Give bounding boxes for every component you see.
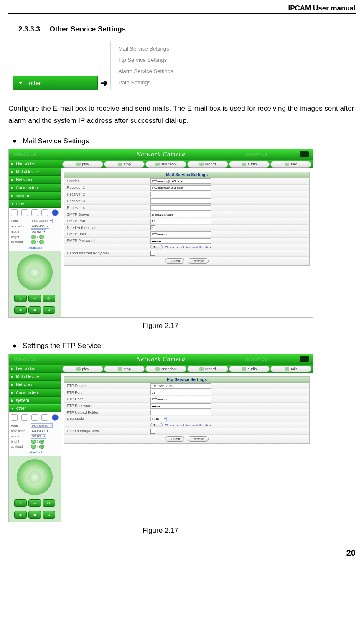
view-mode-icon[interactable] [41,209,48,216]
receiver2-input[interactable] [150,192,211,197]
record-button[interactable]: record [187,366,228,372]
resolution-select[interactable]: 640*480 [31,224,49,229]
report-ip-checkbox[interactable] [150,251,155,256]
refresh-button[interactable]: Refresh [188,258,209,264]
test-note: Please set at first, and then test. [165,423,213,427]
receiver3-input[interactable] [150,198,211,204]
talk-button[interactable]: talk [270,161,311,168]
upload-now-label: Upload Image Now [64,428,149,434]
receiver1-input[interactable] [150,185,211,191]
sidebar-item-multi-device[interactable]: Multi-Device [9,373,61,381]
upload-now-checkbox[interactable] [150,429,155,434]
ptz-button[interactable]: ↺ [43,511,55,519]
ptz-button[interactable]: ↔ [28,499,41,507]
ptz-button[interactable]: ↔ [28,295,41,302]
sidebar-item-audio-video[interactable]: Audio video [9,389,61,397]
receiver4-input[interactable] [150,205,211,211]
ptz-button[interactable]: ■ [28,511,41,519]
submit-button[interactable]: Submit [165,258,185,264]
need-auth-checkbox[interactable] [150,225,155,230]
ftp-user-input[interactable] [150,397,211,402]
rate-select[interactable]: Full-Speed [31,423,53,428]
mode-label: mode [10,434,30,439]
contrast-slider[interactable]: -4+ [31,445,59,449]
sidebar-item-audio-video[interactable]: Audio video [9,184,61,192]
other-dropdown-button[interactable]: other [13,76,98,90]
sidebar-item-live-video[interactable]: Live Video [9,365,61,373]
contrast-slider[interactable]: -4+ [31,240,59,244]
play-button[interactable]: play [62,366,103,372]
mode-select[interactable]: 50 HZ [31,434,46,439]
ptz-button[interactable]: ⟳ [43,499,55,507]
test-button[interactable]: Test [150,245,163,249]
ptz-button[interactable]: ↕ [14,295,27,302]
submenu-item[interactable]: Alarm Service Settings [113,66,178,77]
view-mode-icon[interactable] [31,414,38,421]
ptz-button[interactable]: ■ [14,306,27,314]
doc-title: IPCAM User manual [8,4,356,13]
bright-slider[interactable]: -6+ [31,235,59,239]
stop-button[interactable]: stop [104,161,145,168]
default-all-link[interactable]: default all [10,246,60,249]
view-mode-icon-active[interactable] [52,209,59,216]
view-controls: RateFull-Speed resolution640*480 mode50 … [9,412,61,456]
sender-input[interactable] [150,178,211,184]
bright-slider[interactable]: -6+ [31,440,59,444]
ptz-button[interactable]: ■ [28,306,41,314]
submenu-item[interactable]: Path Settings [113,77,178,88]
view-mode-icon-active[interactable] [52,414,59,421]
sidebar-item-system[interactable]: system [9,192,61,200]
test-button[interactable]: Test [150,423,163,427]
ftp-server-input[interactable] [150,383,211,389]
sidebar-item-multi-device[interactable]: Multi-Device [9,168,61,176]
sidebar-item-network[interactable]: Net work [9,381,61,389]
stop-button[interactable]: stop [104,366,145,372]
receiver3-label: Receiver 3 [64,198,149,204]
ftp-port-input[interactable] [150,390,211,395]
smtp-port-input[interactable] [150,219,211,224]
main-panel: play stop snapshot record audio talk Mai… [61,160,313,317]
view-mode-icon[interactable] [31,209,38,216]
sidebar-item-system[interactable]: system [9,397,61,404]
resolution-label: resolution [10,429,30,433]
ftp-password-input[interactable] [150,403,211,409]
ftp-folder-input[interactable] [150,410,211,415]
watermark: Network Ca [245,357,267,361]
play-button[interactable]: play [62,161,103,168]
submenu-item[interactable]: Ftp Service Settings [113,54,178,66]
view-mode-icon[interactable] [21,414,28,421]
ftp-mode-select[interactable]: PORT [150,417,167,421]
sidebar-item-other[interactable]: other [9,404,61,412]
ptz-button[interactable]: ⟳ [43,295,55,302]
ptz-button[interactable]: ↕ [14,499,27,507]
ptz-button[interactable]: ↺ [43,306,55,314]
view-mode-icon[interactable] [11,209,18,216]
audio-button[interactable]: audio [229,366,270,372]
refresh-button[interactable]: Refresh [188,436,209,442]
record-button[interactable]: record [187,161,228,168]
sidebar-item-live-video[interactable]: Live Video [9,160,61,168]
ptz-dial[interactable] [17,459,53,495]
smtp-server-input[interactable] [150,212,211,217]
view-mode-icon[interactable] [21,209,28,216]
ptz-dial[interactable] [17,254,53,290]
smtp-password-input[interactable] [150,238,211,244]
default-all-link[interactable]: default all [10,450,60,454]
view-mode-icon[interactable] [11,414,18,421]
sidebar-item-network[interactable]: Net work [9,176,61,184]
mode-select[interactable]: 50 HZ [31,229,46,234]
view-mode-icon[interactable] [41,414,48,421]
snapshot-button[interactable]: snapshot [145,366,186,372]
talk-button[interactable]: talk [270,366,311,372]
snapshot-button[interactable]: snapshot [145,161,186,168]
smtp-user-input[interactable] [150,231,211,237]
resolution-select[interactable]: 640*480 [31,429,49,433]
sidebar-item-other[interactable]: other [9,200,61,208]
intro-paragraph: Configure the E-mail box to receive and … [8,103,356,127]
submit-button[interactable]: Submit [165,436,185,442]
submenu-item[interactable]: Mail Service Settings [113,43,178,54]
ptz-button[interactable]: ■ [14,511,27,519]
rate-select[interactable]: Full-Speed [31,219,53,223]
bright-label: bright [10,235,30,239]
audio-button[interactable]: audio [229,161,270,168]
